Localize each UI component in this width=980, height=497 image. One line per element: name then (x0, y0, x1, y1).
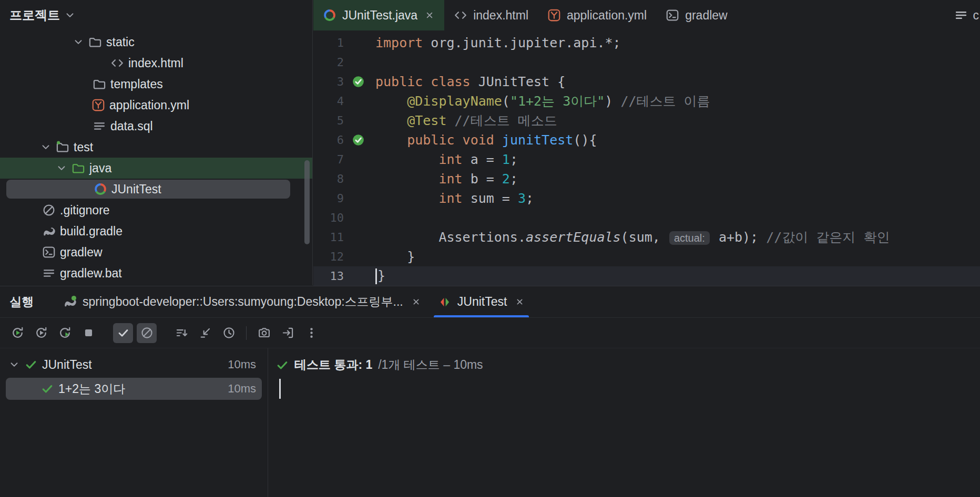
run-tab-springboot-developer[interactable]: springboot-developer::Users:sumyoung:Des… (55, 286, 430, 317)
tree-item-gitignore[interactable]: .gitignore (0, 200, 312, 221)
token: public void (407, 132, 494, 148)
folder-green-icon (72, 161, 85, 175)
check-icon (117, 326, 130, 339)
toolbar-separator (246, 326, 247, 340)
tree-item-java[interactable]: java (0, 158, 312, 179)
sort-icon (175, 326, 188, 339)
token: ) (605, 94, 620, 109)
text-caret (279, 379, 281, 399)
editor-tab-index-html[interactable]: index.html (444, 0, 538, 30)
gradle-icon (42, 224, 56, 238)
yml-icon (91, 98, 105, 112)
tree-item-static[interactable]: static (0, 32, 312, 53)
clock-icon (222, 326, 236, 339)
editor-tab-gradlew[interactable]: gradlew (656, 0, 737, 30)
tree-item-label: build.gradle (60, 224, 122, 239)
tree-item-data-sql[interactable]: data.sql (0, 116, 312, 137)
token: int (438, 152, 462, 167)
html-icon (110, 56, 124, 70)
tree-item-templates[interactable]: templates (0, 74, 312, 95)
token: //테스트 이름 (620, 94, 710, 109)
inlay-hint: actual: (669, 231, 710, 245)
run-panel-title: 실행 (9, 294, 34, 310)
junit-icon (323, 8, 336, 22)
stop-icon (82, 326, 95, 339)
chevron-down-icon (56, 162, 67, 174)
token: int (438, 191, 462, 206)
token: a+b); (711, 230, 766, 245)
line-number: 13 (313, 270, 344, 283)
code-line-6: 6 public void junitTest(){ (313, 130, 980, 150)
token: //값이 같은지 확인 (766, 230, 890, 245)
sort-tests-button[interactable] (171, 323, 191, 343)
terminal-icon (666, 8, 679, 22)
editor-tab-bar: JUnitTest.javaindex.htmlapplication.ymlg… (313, 0, 980, 30)
token (375, 191, 438, 206)
line-number: 8 (313, 172, 344, 185)
test-summary-status: 테스트 통과: 1 (294, 357, 372, 373)
code-text: @Test //테스트 메소드 (372, 112, 980, 129)
code-text: import org.junit.jupiter.api.*; (372, 35, 980, 50)
close-icon (424, 10, 435, 20)
tree-item-build-gradle[interactable]: build.gradle (0, 221, 312, 242)
editor-tab-label: JUnitTest.java (342, 8, 417, 23)
rerun-failed-tests-button[interactable] (31, 323, 51, 343)
scrollbar-thumb[interactable] (304, 160, 310, 244)
show-passed-button[interactable] (113, 323, 133, 343)
tab-list-icon[interactable] (954, 8, 968, 22)
folder-icon (93, 77, 106, 91)
token: a = (463, 152, 502, 167)
collapse-icon (199, 326, 212, 339)
tree-item-junittest[interactable]: JUnitTest (0, 179, 312, 200)
tree-item-test[interactable]: test (0, 137, 312, 158)
toggle-auto-test-button[interactable] (55, 323, 75, 343)
close-icon (411, 297, 421, 307)
stop-button[interactable] (78, 323, 98, 343)
import-test-results-button[interactable] (278, 323, 298, 343)
tree-item-gradlew-bat[interactable]: gradlew.bat (0, 263, 312, 284)
token: } (375, 249, 415, 264)
token: 3 (518, 191, 526, 206)
show-ignored-button[interactable] (137, 323, 157, 343)
code-editor[interactable]: 1import org.junit.jupiter.api.*;23public… (313, 30, 980, 285)
screenshot-button[interactable] (254, 323, 274, 343)
token: import (375, 35, 423, 50)
tree-item-label: application.yml (109, 98, 189, 112)
token: assertEquals (526, 230, 621, 245)
token: } (377, 268, 385, 283)
terminal-icon (42, 245, 56, 259)
test-result-time: 10ms (228, 382, 256, 396)
test-result-junittest[interactable]: JUnitTest10ms (0, 353, 268, 377)
line-number: 1 (313, 36, 344, 49)
line-number: 12 (313, 250, 344, 263)
code-line-2: 2 (313, 53, 980, 72)
sort-by-duration-button[interactable] (219, 323, 239, 343)
more-options-button[interactable] (301, 323, 321, 343)
auto-rerun-icon (58, 326, 72, 339)
tree-item-index-html[interactable]: index.html (0, 53, 312, 74)
tree-item-gradlew[interactable]: gradlew (0, 242, 312, 263)
run-tab-label: springboot-developer::Users:sumyoung:Des… (83, 294, 403, 310)
line-number: 10 (313, 211, 344, 224)
editor-tab-junittest-java[interactable]: JUnitTest.java (313, 0, 444, 30)
code-line-8: 8 int b = 2; (313, 169, 980, 189)
editor-tab-label: gradlew (685, 8, 728, 23)
import-icon (281, 326, 294, 339)
code-line-11: 11 Assertions.assertEquals(sum, actual: … (313, 227, 980, 247)
token (375, 94, 407, 109)
editor-tab-application-yml[interactable]: application.yml (538, 0, 656, 30)
tree-item-label: java (89, 161, 111, 175)
tree-item-application-yml[interactable]: application.yml (0, 95, 312, 116)
run-tab-junittest[interactable]: JUnitTest (430, 286, 534, 317)
token: JUnitTest { (471, 74, 566, 89)
test-result-1-2는-3이다[interactable]: 1+2는 3이다10ms (0, 377, 268, 401)
tree-item-label: test (74, 140, 93, 154)
textfile-icon (42, 266, 56, 280)
collapse-all-button[interactable] (195, 323, 215, 343)
text-caret (375, 268, 377, 284)
test-output-pane[interactable]: 테스트 통과: 1 /1개 테스트 – 10ms (269, 348, 980, 497)
rerun-tests-button[interactable] (7, 323, 27, 343)
check-green-icon (25, 358, 37, 371)
project-panel-header[interactable]: 프로젝트 (0, 0, 312, 30)
html-icon (454, 8, 467, 22)
